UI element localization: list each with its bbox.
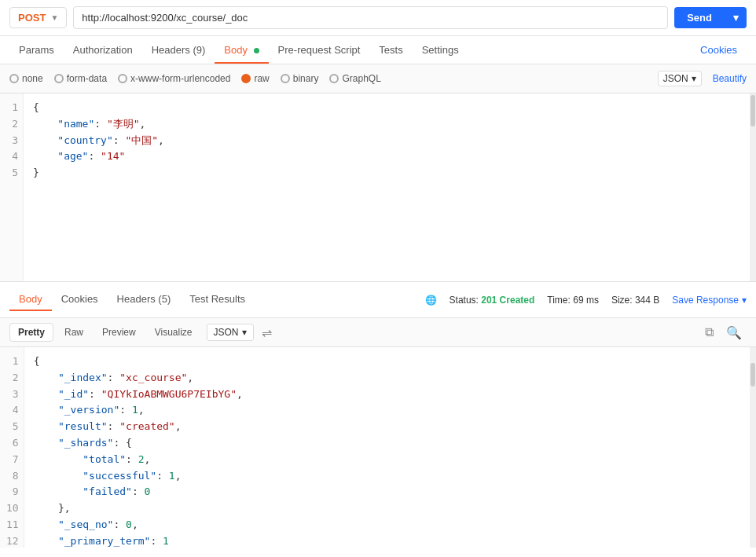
tab-cookies[interactable]: Cookies [691,36,747,64]
request-code-editor[interactable]: 12345 { "name": "李明", "country": "中国", "… [0,93,756,282]
send-dropdown-icon[interactable]: ▾ [725,12,747,24]
tab-tests[interactable]: Tests [369,36,412,64]
send-label: Send [674,12,725,24]
body-type-graphql[interactable]: GraphQL [329,73,380,84]
send-button[interactable]: Send ▾ [674,7,747,28]
tab-settings[interactable]: Settings [413,36,468,64]
tab-authorization[interactable]: Authorization [64,36,142,64]
resp-tab-headers[interactable]: Headers (5) [108,288,181,311]
tab-headers[interactable]: Headers (9) [142,36,215,64]
resp-filter-icon[interactable]: ⇌ [257,324,277,342]
method-label: POST [18,12,46,24]
response-status-info: 🌐 Status: 201 Created Time: 69 ms Size: … [425,295,747,306]
response-tabs: Body Cookies Headers (5) Test Results [9,288,255,311]
response-code-content[interactable]: { "_index": "xc_course", "_id": "QIYkIoA… [24,347,756,548]
request-scrollbar-thumb [750,95,755,126]
response-scrollbar-thumb [750,363,755,387]
response-line-numbers: 12345 678910 111213 [0,347,24,548]
json-type-selector[interactable]: JSON ▾ [658,71,702,86]
response-scrollbar[interactable] [750,347,756,548]
save-response-chevron-icon: ▾ [742,295,747,306]
time-label: Time: 69 ms [547,295,599,306]
tab-body[interactable]: Body [215,36,268,64]
nav-tabs: Params Authorization Headers (9) Body Pr… [0,36,756,64]
radio-form-data [54,74,64,83]
body-type-form-data[interactable]: form-data [54,73,107,84]
resp-json-selector[interactable]: JSON ▾ [207,324,254,341]
body-type-none[interactable]: none [9,73,43,84]
resp-format-visualize[interactable]: Visualize [147,324,200,341]
body-active-dot [254,48,259,53]
save-response-button[interactable]: Save Response ▾ [672,295,747,306]
resp-format-raw[interactable]: Raw [57,324,91,341]
body-type-selector: none form-data x-www-form-urlencoded raw… [0,64,756,93]
json-chevron-icon: ▾ [692,73,696,84]
resp-tab-cookies[interactable]: Cookies [52,288,108,311]
radio-raw [241,74,251,83]
beautify-button[interactable]: Beautify [713,73,747,84]
request-scrollbar[interactable] [750,93,756,281]
tab-prerequest[interactable]: Pre-request Script [269,36,370,64]
request-line-numbers: 12345 [0,93,24,281]
resp-format-preview[interactable]: Preview [94,324,144,341]
radio-none [9,74,19,83]
response-header: Body Cookies Headers (5) Test Results 🌐 … [0,282,756,318]
method-select[interactable]: POST ▼ [9,7,67,28]
resp-copy-icon[interactable]: ⧉ [700,324,718,341]
body-type-urlencoded[interactable]: x-www-form-urlencoded [118,73,230,84]
resp-search-icon[interactable]: 🔍 [721,324,747,342]
radio-binary [281,74,290,83]
top-bar: POST ▼ Send ▾ [0,0,756,36]
globe-icon: 🌐 [425,295,437,306]
method-chevron-icon: ▼ [50,13,58,22]
body-type-binary[interactable]: binary [281,73,319,84]
radio-urlencoded [118,74,127,83]
resp-json-chevron-icon: ▾ [242,327,247,338]
tab-params[interactable]: Params [9,36,64,64]
request-code-content[interactable]: { "name": "李明", "country": "中国", "age": … [24,93,756,281]
status-label: Status: 201 Created [450,295,535,306]
resp-tab-test-results[interactable]: Test Results [180,288,255,311]
body-type-raw[interactable]: raw [241,73,269,84]
resp-format-pretty[interactable]: Pretty [9,323,53,342]
size-label: Size: 344 B [611,295,659,306]
radio-graphql [329,74,339,83]
resp-tab-body[interactable]: Body [9,288,52,311]
url-input[interactable] [73,6,668,29]
response-format-bar: Pretty Raw Preview Visualize JSON ▾ ⇌ ⧉ … [0,318,756,347]
response-code-area[interactable]: 12345 678910 111213 { "_index": "xc_cour… [0,347,756,548]
